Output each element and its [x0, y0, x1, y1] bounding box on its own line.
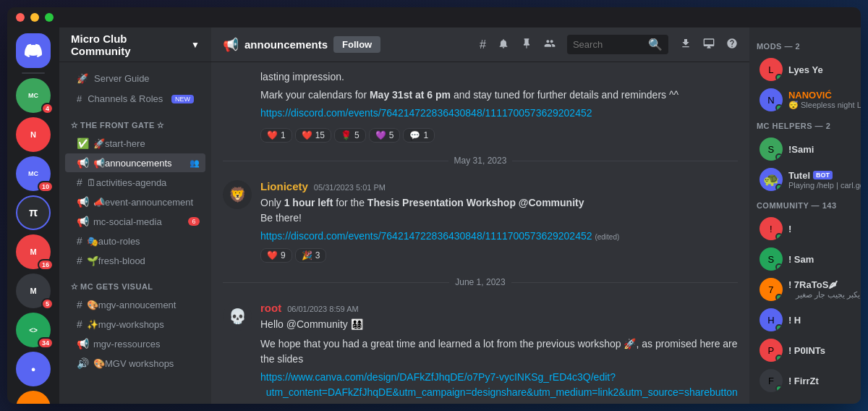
channel-event-announce[interactable]: 📢 📣event-announcement [65, 192, 205, 211]
member-info-7ratos: ! 7RaToS🌶 وهناك الحل يكبر يجيب جار صغير [788, 279, 861, 300]
event-link-2[interactable]: https://discord.com/events/7642147228364… [260, 230, 592, 242]
server-icon-mc2[interactable]: MC 10 [16, 156, 51, 191]
sidebar-item-channels-roles[interactable]: # Channels & Roles NEW [65, 89, 205, 109]
member-name-exclaim: ! [788, 224, 861, 234]
category-front-gate[interactable]: ✫ THE FRONT GATE ✫ [59, 109, 211, 133]
channel-activities[interactable]: # 🗓activities-agenda [65, 173, 205, 192]
server-icon-2[interactable]: N [16, 117, 51, 152]
channel-mgv-workshops-voice[interactable]: 🔊 🎨MGV workshops [65, 354, 205, 373]
member-nanovic[interactable]: N NANOVIĆ 😴 Sleepless night Let's goooo [757, 85, 861, 114]
members-icon[interactable] [544, 38, 556, 52]
channel-mgv-workshops[interactable]: # ✨mgv-workshops [65, 315, 205, 334]
channel-mgv-announce[interactable]: # 🎨mgv-annoucement [65, 295, 205, 314]
members-icon: 👥 [190, 158, 200, 168]
message-continuation-1: lasting impression. [211, 68, 749, 86]
reaction-purple5[interactable]: 💜5 [369, 128, 401, 143]
announce-icon2: 📢 [77, 196, 89, 208]
chevron-down-icon: ▼ [191, 40, 200, 50]
server-name[interactable]: Micro Club Community ▼ [59, 27, 211, 62]
pin-icon[interactable] [521, 38, 532, 52]
member-status-tutel: Playing /help | carl.gg [788, 181, 861, 190]
follow-button[interactable]: Follow [333, 36, 380, 53]
member-name-7ratos: ! 7RaToS🌶 [788, 279, 861, 290]
reactions: ❤️1 ❤️15 🌹5 💜5 💬1 [260, 128, 435, 143]
channel-mgv-resources[interactable]: 📢 mgv-ressources [65, 334, 205, 353]
channel-name: 📢announcements [93, 158, 172, 169]
channel-name: ✨mgv-workshops [87, 319, 164, 330]
reaction-party3[interactable]: 🎉3 [295, 248, 327, 263]
server-icon-pi[interactable]: π [16, 195, 51, 230]
channel-social-media[interactable]: 📢 mc-social-media 6 [65, 212, 205, 231]
messages-area: lasting impression. Mark your calendars … [211, 62, 749, 404]
member-h[interactable]: H ! H [757, 305, 861, 334]
minimize-button[interactable] [30, 13, 39, 22]
hashtag-icon[interactable]: # [480, 38, 486, 51]
help-icon[interactable] [726, 38, 738, 52]
date-divider-june1: June 1, 2023 [211, 266, 749, 299]
server-badge-mc2: 10 [38, 181, 54, 192]
member-lyes-ye[interactable]: L Lyes Ye [757, 55, 861, 84]
member-info-exclaim: ! [788, 224, 861, 234]
sidebar-content: 🚀 Server Guide # Channels & Roles NEW ✫ … [59, 62, 211, 404]
hash-icon: # [77, 177, 82, 188]
member-name-isami: !Sami [788, 144, 861, 155]
channel-auto-roles[interactable]: # 🎭auto-roles [65, 232, 205, 250]
member-sam[interactable]: S ! Sam [757, 245, 861, 274]
member-firrzt[interactable]: F ! FirrZt [757, 366, 861, 395]
server-icon-circle[interactable]: ● [16, 352, 51, 386]
server-icon-mc[interactable]: MC 4 [16, 78, 51, 113]
search-input[interactable] [573, 39, 644, 50]
member-name-firrzt: ! FirrZt [788, 376, 861, 386]
status-online4 [775, 184, 783, 191]
reaction-heart1[interactable]: ❤️1 [260, 128, 292, 143]
member-name-tutel: Tutel BOT [788, 170, 861, 181]
message-text: Mark your calendars for May 31st at 6 pm… [260, 88, 678, 103]
search-box[interactable]: 🔍 [567, 35, 668, 54]
reaction-rose5[interactable]: 🌹5 [334, 128, 366, 143]
server-icon-m[interactable]: M 16 [16, 234, 51, 269]
event-link-1[interactable]: https://discord.com/events/7642147228364… [260, 107, 592, 119]
maximize-button[interactable] [45, 13, 54, 22]
right-panel: MODS — 2 L Lyes Ye N NANOVIĆ 😴 Sleepless [749, 27, 861, 404]
member-7ratos[interactable]: 7 ! 7RaToS🌶 وهناك الحل يكبر يجيب جار صغي… [757, 275, 861, 304]
server-icon-discord[interactable] [16, 33, 51, 68]
avatar-points: P [760, 339, 783, 362]
member-name-sam: ! Sam [788, 254, 861, 265]
member-info-firrzt: ! FirrZt [788, 376, 861, 386]
status-online6 [775, 263, 783, 271]
message-header-root: root 06/01/2023 8:59 AM [260, 302, 738, 314]
server-icon-code[interactable]: <> 34 [16, 313, 51, 347]
channel-start-here[interactable]: ✅ 🚀start-here [65, 134, 205, 153]
member-tutel[interactable]: 🐢 Tutel BOT Playing /help | carl.gg [757, 165, 861, 194]
channel-announcements[interactable]: 📢 📢announcements 👥 [65, 153, 205, 172]
status-online10 [775, 385, 783, 392]
avatar-sam: S [760, 247, 783, 271]
server-icon-hex[interactable]: ⬡ [16, 391, 51, 404]
avatar-nanovic: N [760, 88, 783, 111]
member-info-nanovic: NANOVIĆ 😴 Sleepless night Let's goooo [788, 90, 861, 110]
download-icon[interactable] [680, 38, 692, 52]
channel-name: 🎭auto-roles [87, 236, 140, 247]
sidebar-item-server-guide[interactable]: 🚀 Server Guide [65, 69, 205, 88]
member-isami[interactable]: S !Sami [757, 135, 861, 164]
desktop-icon[interactable] [703, 38, 715, 52]
server-icon-m2[interactable]: M 5 [16, 274, 51, 308]
bell-slash-icon[interactable] [498, 38, 509, 52]
compass-icon: 🚀 [77, 73, 88, 84]
reaction-comment1[interactable]: 💬1 [403, 128, 435, 143]
server-guide-label: Server Guide [94, 73, 150, 84]
status-online8 [775, 324, 783, 331]
server-divider [22, 72, 45, 74]
mods-section-header: MODS — 2 [757, 42, 861, 51]
member-exclaim[interactable]: ! ! [757, 214, 861, 243]
server-badge-mc: 4 [41, 103, 54, 114]
hash-icon4: # [77, 299, 82, 310]
edited-tag: (edited) [595, 233, 619, 241]
close-button[interactable] [16, 13, 25, 22]
reaction-heart15[interactable]: ❤️15 [295, 128, 331, 143]
canva-link[interactable]: https://www.canva.com/design/DAFkZfJhqDE… [260, 371, 738, 398]
channel-fresh-blood[interactable]: # 🌱fresh-blood [65, 251, 205, 270]
category-mc-gets-visual[interactable]: ✫ MC GETS VISUAL [59, 271, 211, 295]
reaction-heart9[interactable]: ❤️9 [260, 248, 292, 263]
member-points[interactable]: P ! P0INTs [757, 336, 861, 365]
